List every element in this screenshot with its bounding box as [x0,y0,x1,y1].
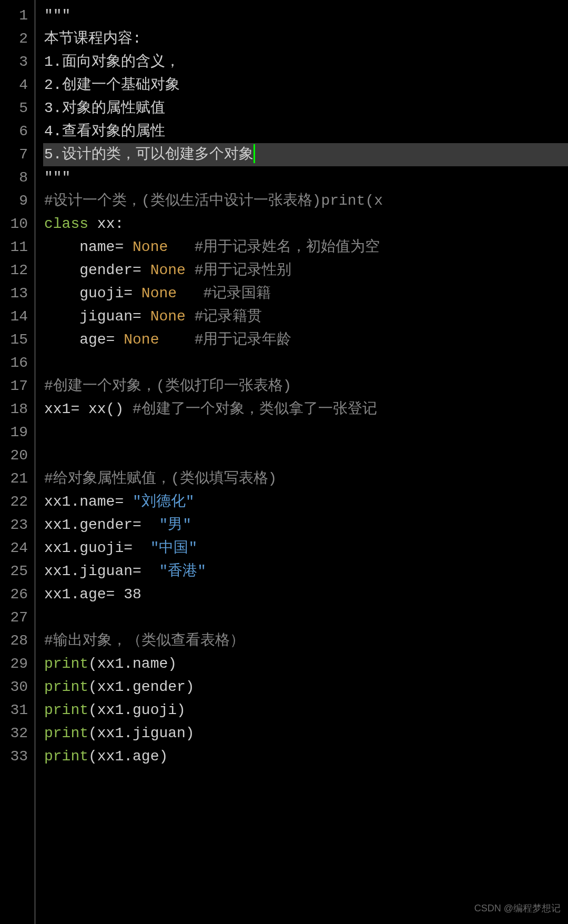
line-number: 2 [0,27,28,51]
code-token: (xx1.name) [88,656,177,672]
code-token: xx1.jiguan= [44,563,159,579]
code-token: 3.对象的属性赋值 [44,100,165,116]
code-editor[interactable]: 1234567891011121314151617181920212223242… [0,0,568,924]
code-line[interactable]: print(xx1.gender) [44,676,568,699]
code-line[interactable]: #设计一个类，(类似生活中设计一张表格)print(x [44,189,568,213]
code-line[interactable]: xx1.gender= "男" [44,514,568,537]
code-line[interactable] [44,444,568,467]
code-token: """ [44,169,70,186]
code-token: print [44,656,88,672]
code-token: (xx1.gender) [88,679,195,695]
line-number: 1 [0,4,28,27]
code-token: #用于记录年龄 [195,332,292,348]
code-token: #创建了一个对象，类似拿了一张登记 [133,401,377,417]
code-token: print [44,725,88,741]
line-number: 28 [0,629,28,652]
code-token: (xx1.jiguan) [88,725,195,741]
code-token: xx1.guoji= [44,540,150,556]
code-line[interactable]: age= None #用于记录年龄 [44,328,568,351]
line-number: 18 [0,398,28,421]
code-token: #输出对象，（类似查看表格） [44,632,245,649]
code-line[interactable]: print(xx1.guoji) [44,699,568,722]
code-line[interactable]: print(xx1.age) [44,745,568,768]
line-number: 15 [0,328,28,351]
code-token: #用于记录姓名，初始值为空 [195,239,380,255]
line-number: 17 [0,375,28,398]
code-line[interactable]: class xx: [44,213,568,236]
line-number: 12 [0,259,28,282]
code-token: 38 [124,586,141,602]
line-number: 9 [0,189,28,213]
code-token: jiguan= [44,308,150,325]
code-token: xx1= xx() [44,401,133,417]
code-line[interactable]: """ [44,166,568,189]
code-token: #记录籍贯 [195,308,262,325]
code-line[interactable]: """ [44,4,568,27]
code-line[interactable]: gender= None #用于记录性别 [44,259,568,282]
code-token: 1.面向对象的含义， [44,54,180,70]
code-line[interactable]: xx1.jiguan= "香港" [44,560,568,583]
code-token: None [150,262,186,278]
line-number: 21 [0,467,28,490]
line-number: 16 [0,351,28,375]
line-number: 20 [0,444,28,467]
code-token: None [150,308,186,325]
line-number: 33 [0,745,28,768]
code-token: None [141,285,177,302]
code-line[interactable] [44,351,568,375]
line-number: 29 [0,652,28,676]
code-token: age= [44,332,124,348]
code-line[interactable] [44,421,568,444]
code-line[interactable]: 4.查看对象的属性 [44,120,568,143]
code-token: None [124,332,159,348]
line-number: 14 [0,305,28,328]
code-token: #记录国籍 [203,285,271,302]
code-line[interactable]: guoji= None #记录国籍 [44,282,568,305]
line-number: 4 [0,74,28,97]
code-token: gender= [44,262,150,278]
code-line[interactable]: 5.设计的类，可以创建多个对象 [43,143,568,166]
line-number: 31 [0,699,28,722]
code-line[interactable]: xx1= xx() #创建了一个对象，类似拿了一张登记 [44,398,568,421]
watermark-text: CSDN @编程梦想记 [474,897,561,920]
code-line[interactable]: print(xx1.jiguan) [44,722,568,745]
line-number: 5 [0,97,28,120]
code-token [186,308,195,325]
code-token: (xx1.guoji) [88,702,186,718]
code-token: name= [44,239,133,255]
code-line[interactable]: xx1.age= 38 [44,583,568,606]
text-cursor [253,144,255,163]
code-token [168,239,194,255]
code-line[interactable]: print(xx1.name) [44,652,568,676]
line-number: 3 [0,51,28,74]
code-token: "刘德化" [133,494,195,510]
code-token: xx1.age= [44,586,124,602]
code-token: xx [97,216,115,232]
code-token: (xx1.age) [88,748,168,765]
code-line[interactable]: 1.面向对象的含义， [44,51,568,74]
code-line[interactable]: xx1.guoji= "中国" [44,537,568,560]
line-number: 19 [0,421,28,444]
code-token: "中国" [150,540,198,556]
code-line[interactable]: 3.对象的属性赋值 [44,97,568,120]
code-token: xx1.name= [44,494,133,510]
code-line[interactable]: xx1.name= "刘德化" [44,490,568,514]
code-line[interactable] [44,606,568,629]
code-token: class [44,216,88,232]
code-line[interactable]: jiguan= None #记录籍贯 [44,305,568,328]
code-token [186,262,195,278]
code-token: #用于记录性别 [195,262,292,278]
code-line[interactable]: 2.创建一个基础对象 [44,74,568,97]
line-number: 27 [0,606,28,629]
code-line[interactable]: 本节课程内容: [44,27,568,51]
line-number: 22 [0,490,28,514]
code-line[interactable]: name= None #用于记录姓名，初始值为空 [44,236,568,259]
line-number: 25 [0,560,28,583]
code-area[interactable]: """本节课程内容:1.面向对象的含义，2.创建一个基础对象3.对象的属性赋值4… [36,0,568,924]
code-line[interactable]: #输出对象，（类似查看表格） [44,629,568,652]
line-number: 26 [0,583,28,606]
code-line[interactable]: #给对象属性赋值，(类似填写表格) [44,467,568,490]
code-token: xx1.gender= [44,517,159,533]
code-line[interactable]: #创建一个对象，(类似打印一张表格) [44,375,568,398]
line-number: 24 [0,537,28,560]
